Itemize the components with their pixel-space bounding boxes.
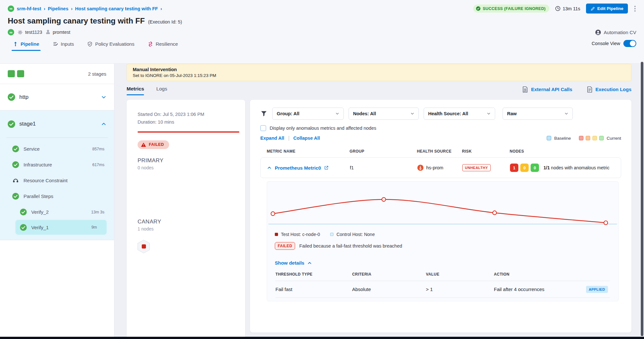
step-item-verify-1[interactable]: Verify_1 9m [15,220,107,235]
step-duration: 9m [91,225,97,230]
harness-logo-icon: ∞ [8,5,14,12]
external-link-icon[interactable] [324,165,329,170]
anomalous-only-label: Display only anomalous metrics and affec… [270,126,376,131]
execution-id: (Execution Id: 5) [148,19,182,24]
anomalous-node-count-badge: 1 [510,164,518,172]
show-details-label: Show details [275,260,304,266]
bottom-console-bar [0,337,644,339]
canary-node-hexagon[interactable] [138,240,150,253]
col-metric-name: METRIC NAME [267,149,350,154]
success-check-icon [12,146,19,152]
step-label: Infrastructure [24,162,88,167]
execution-logs-label: Execution Logs [595,87,631,92]
col-value: VALUE [426,272,494,277]
canary-node-count: 1 nodes [138,226,234,231]
host-legend: Test Host: c-node-0 Control Host: None [267,232,618,237]
step-item-infrastructure[interactable]: Infrastructure 617ms [0,157,114,173]
control-host-swatch [330,233,333,236]
pipeline-icon [13,42,18,47]
applied-badge: APPLIED [586,286,608,293]
vertical-scrollbar-thumb[interactable] [641,62,643,336]
tab-logs[interactable]: Logs [156,86,167,95]
step-duration: 857ms [92,147,104,151]
data-mode-value: Raw [507,111,517,116]
metric-name-link[interactable]: Prometheus Metric0 [275,165,321,171]
breadcrumb-project[interactable]: srm-hf-test [17,6,41,11]
analysis-failed-badge: FAILED [275,242,295,250]
stage1-section: stage1 Service 857ms Infrastructure 617m… [0,110,114,240]
execution-detail-main: Manual Intervention Set to IGNORE on 05-… [114,64,644,339]
verification-progress-bar [138,131,239,133]
triggered-by-user: Automation CV [595,29,636,35]
divider: | [288,135,289,141]
verification-status-pill: FAILED [138,140,169,149]
step-item-parallel-steps[interactable]: Parallel Steps [0,188,114,204]
success-check-icon [8,120,15,128]
health-source-value: hs-prom [426,165,443,170]
chevron-up-icon[interactable] [101,121,106,127]
console-view-toggle[interactable] [623,40,636,47]
chevron-down-icon [564,112,568,116]
metric-row-prometheus-metric0[interactable]: Prometheus Metric0 f1 hs-prom UNHEALTHY … [260,157,621,178]
environment-chip[interactable]: promtest [45,30,70,35]
chevron-down-icon[interactable] [101,95,106,100]
breadcrumb-separator: › [44,6,45,11]
stage-http-label: http [19,94,97,100]
risk-badge: UNHEALTHY [462,164,491,171]
collapse-all-link[interactable]: Collapse All [293,136,320,141]
page-title: Host sampling canary testing with FF [8,16,145,25]
verification-summary-card: Started On: Jul 5, 2023 1:06 PM Duration… [127,100,245,339]
current-swatch-yellow [592,136,597,140]
current-label: Current [607,136,621,141]
show-details-link[interactable]: Show details [267,260,618,266]
harness-service-icon: ∞ [8,29,14,35]
tab-metrics[interactable]: Metrics [127,86,144,95]
check-circle-icon [476,6,481,11]
chevron-down-icon [410,112,414,116]
stage-success-square [17,70,24,77]
success-check-icon [20,209,27,215]
tab-policy-evaluations[interactable]: Policy Evaluations [87,41,134,51]
collapse-chevron-up-icon[interactable] [267,165,272,170]
nodes-filter-dropdown[interactable]: Nodes: All [349,108,419,120]
service-chip[interactable]: test1123 [17,30,42,35]
tab-inputs[interactable]: Inputs [53,41,74,51]
stage-item-http[interactable]: http [0,84,114,110]
group-filter-dropdown[interactable]: Group: All [272,108,344,120]
analysis-failed-message: Failed because a fail-fast threshold was… [299,243,402,249]
expand-all-link[interactable]: Expand All [260,136,284,141]
environment-icon [45,30,51,35]
breadcrumb-separator: › [71,6,72,11]
shield-check-icon [87,42,92,47]
console-view-control: Console View [592,40,636,51]
col-group: GROUP [350,149,417,154]
stage-item-stage1[interactable]: stage1 [0,110,114,137]
breadcrumb-pipeline-name[interactable]: Host sampling canary testing with FF [75,6,158,11]
resilience-chaos-icon [148,42,153,47]
health-source-filter-dropdown[interactable]: Health Source: All [424,108,495,120]
metric-group-value: f1 [350,165,417,170]
tab-pipeline[interactable]: Pipeline [13,41,39,51]
step-item-resource-constraint[interactable]: Resource Constraint [0,173,114,188]
prometheus-icon [417,165,424,171]
breadcrumb-pipelines[interactable]: Pipelines [48,6,69,11]
external-api-calls-link[interactable]: API External API Calls [522,86,572,93]
chevron-up-icon [307,261,312,265]
edit-pipeline-button[interactable]: Edit Pipeline [586,4,628,14]
stage-status-squares [8,70,24,77]
duration: Duration: 10 mins [138,118,234,126]
anomalous-only-checkbox[interactable] [260,125,266,131]
step-item-service[interactable]: Service 857ms [0,141,114,157]
execution-status-label: SUCCESS (FAILURE IGNORED) [483,6,545,11]
execution-logs-link[interactable]: Execution Logs [587,86,631,93]
chevron-down-icon [487,112,491,116]
tab-resilience[interactable]: Resilience [148,41,178,51]
filter-funnel-icon[interactable] [260,110,267,117]
baseline-label: Baseline [554,136,571,141]
more-options-menu[interactable] [634,5,636,13]
data-mode-dropdown[interactable]: Raw [503,108,573,120]
divider [6,137,108,138]
gear-icon [17,30,23,35]
step-item-verify-2[interactable]: Verify_2 13m 3s [0,204,114,220]
inputs-icon [53,41,58,47]
